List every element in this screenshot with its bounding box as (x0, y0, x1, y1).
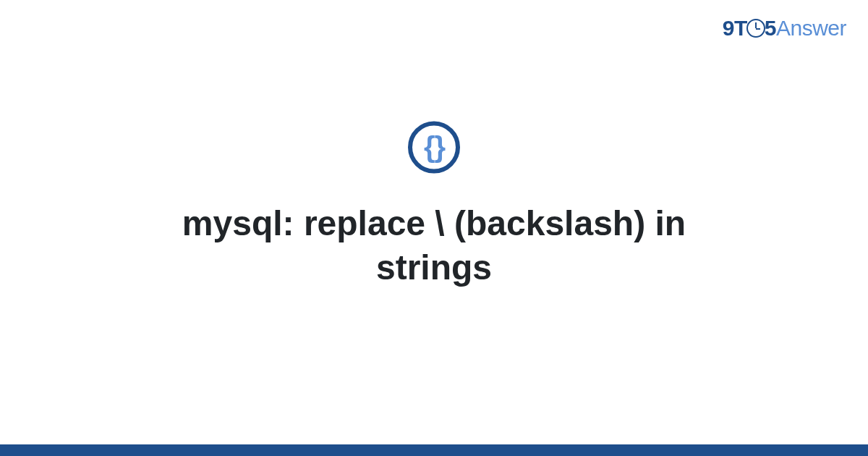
category-icon-container: { } (408, 121, 460, 173)
clock-icon (746, 19, 765, 38)
logo-text-5: 5 (765, 16, 776, 40)
logo-text-9t: 9T (723, 16, 747, 40)
site-logo: 9T5Answer (723, 16, 846, 41)
footer-accent-bar (0, 444, 868, 456)
logo-text-answer: Answer (776, 16, 846, 40)
braces-icon: { } (424, 131, 441, 164)
page-title: mysql: replace \ (backslash) in strings (123, 200, 745, 290)
main-content: { } mysql: replace \ (backslash) in stri… (0, 121, 868, 290)
